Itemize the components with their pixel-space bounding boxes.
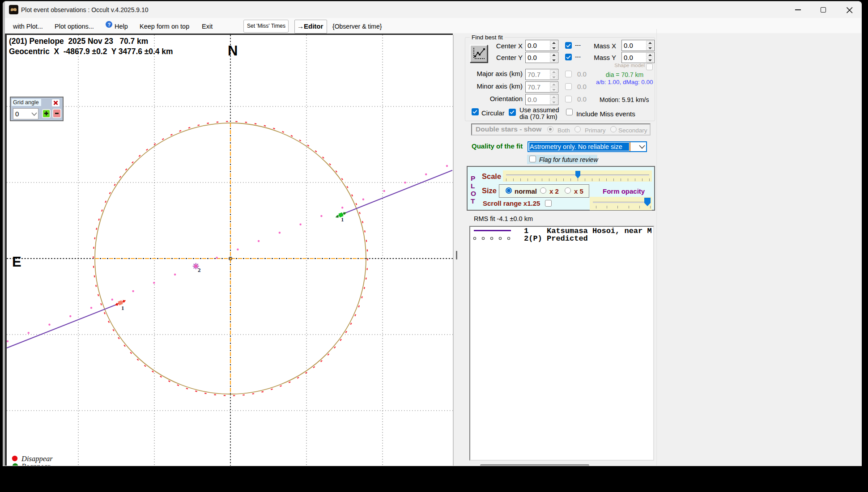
svg-text:E: E [12,254,21,270]
svg-text:Reappear: Reappear [21,462,51,466]
svg-text:2: 2 [198,267,201,273]
svg-text:N: N [228,43,238,59]
svg-text:1: 1 [121,305,124,311]
svg-text:1: 1 [341,216,344,223]
